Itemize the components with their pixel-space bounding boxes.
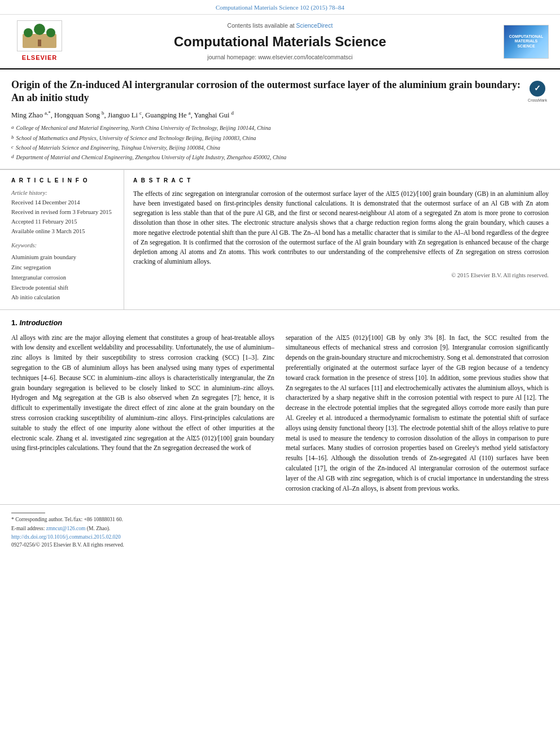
affiliation-a: a College of Mechanical and Material Eng… xyxy=(11,124,549,133)
keyword-2: Zinc segregation xyxy=(11,263,117,273)
keywords-list: Aluminium grain boundary Zinc segregatio… xyxy=(11,252,117,303)
elsevier-logo-section: ELSEVIER xyxy=(11,20,68,62)
affil-text-b: School of Mathematics and Physics, Unive… xyxy=(16,134,256,143)
section-title-text: Introduction xyxy=(19,318,62,327)
accepted-date: Accepted 11 February 2015 xyxy=(11,217,117,227)
keyword-3: Intergranular corrosion xyxy=(11,273,117,283)
email-line: E-mail address: zmncut@126.com (M. Zhao)… xyxy=(11,525,549,532)
issn-line: 0927-0256/© 2015 Elsevier B.V. All right… xyxy=(11,541,549,549)
journal-header: ELSEVIER Contents lists available at Sci… xyxy=(0,15,560,69)
email-address: zmncut@126.com xyxy=(46,526,86,531)
authors-line: Ming Zhao a,*, Hongquan Song b, Jianguo … xyxy=(11,110,549,121)
journal-logo-right: COMPUTATIONALMATERIALSSCIENCE xyxy=(492,25,549,59)
introduction-heading: 1. Introduction xyxy=(11,318,549,328)
introduction-layout: Al alloys with zinc are the major alloyi… xyxy=(11,333,549,499)
svg-point-2 xyxy=(34,24,45,35)
article-info-column: A R T I C L E I N F O Article history: R… xyxy=(0,170,124,310)
affil-text-d: Department of Material and Chemical Engi… xyxy=(16,153,287,163)
doi-link[interactable]: http://dx.doi.org/10.1016/j.commatsci.20… xyxy=(11,534,549,541)
footer-divider xyxy=(11,513,45,513)
email-name: (M. Zhao). xyxy=(87,526,110,531)
svg-rect-4 xyxy=(38,40,41,46)
history-label: Article history: xyxy=(11,189,117,198)
affil-sup-d: d xyxy=(11,153,14,163)
section-number: 1. xyxy=(11,318,18,327)
journal-reference: Computational Materials Science 102 (201… xyxy=(216,4,344,11)
keyword-1: Aluminium grain boundary xyxy=(11,252,117,263)
journal-homepage: journal homepage: www.elsevier.com/locat… xyxy=(68,53,492,62)
article-dates: Received 14 December 2014 Received in re… xyxy=(11,198,117,236)
contents-line: Contents lists available at ScienceDirec… xyxy=(68,21,492,30)
revised-date: Received in revised form 3 February 2015 xyxy=(11,208,117,217)
intro-para-right: separation of the AlΣ5 (012)/[100] GB by… xyxy=(286,333,549,494)
affiliation-b: b School of Mathematics and Physics, Uni… xyxy=(11,134,549,143)
affil-text-a: College of Mechanical and Material Engin… xyxy=(16,124,271,133)
article-title: Origin of the Zn-induced Al intergranula… xyxy=(11,78,520,105)
sciencedirect-link[interactable]: ScienceDirect xyxy=(296,22,333,29)
svg-point-3 xyxy=(46,28,55,37)
affil-sup-c: c xyxy=(11,143,14,153)
article-info-abstract-section: A R T I C L E I N F O Article history: R… xyxy=(0,169,560,311)
elsevier-text: ELSEVIER xyxy=(22,54,57,62)
copyright-line: © 2015 Elsevier B.V. All rights reserved… xyxy=(133,272,549,280)
elsevier-tree-logo xyxy=(20,23,59,50)
available-date: Available online 3 March 2015 xyxy=(11,227,117,237)
keyword-4: Electrode potential shift xyxy=(11,283,117,293)
journal-center: Contents lists available at ScienceDirec… xyxy=(68,21,492,62)
article-header: Origin of the Zn-induced Al intergranula… xyxy=(0,69,560,169)
affiliations: a College of Mechanical and Material Eng… xyxy=(11,124,549,163)
received-date: Received 14 December 2014 xyxy=(11,198,117,208)
abstract-column: A B S T R A C T The effects of zinc segr… xyxy=(124,170,560,310)
crossmark-label: CrossMark xyxy=(528,98,547,103)
affil-text-c: School of Materials Science and Engineer… xyxy=(16,143,220,153)
affil-sup-b: b xyxy=(11,134,14,143)
crossmark-icon[interactable]: ✓ xyxy=(530,81,545,97)
keywords-label: Keywords: xyxy=(11,242,117,250)
journal-title: Computational Materials Science xyxy=(68,32,492,51)
top-bar: Computational Materials Science 102 (201… xyxy=(0,0,560,15)
page: Computational Materials Science 102 (201… xyxy=(0,0,560,747)
intro-para-left: Al alloys with zinc are the major alloyi… xyxy=(11,333,274,454)
footer-notes: * Corresponding author. Tel./fax: +86 10… xyxy=(0,504,560,554)
intro-left-column: Al alloys with zinc are the major alloyi… xyxy=(11,333,274,499)
email-label: E-mail address: xyxy=(11,526,45,531)
keyword-5: Ab initio calculation xyxy=(11,292,117,303)
article-info-heading: A R T I C L E I N F O xyxy=(11,177,117,185)
article-title-row: Origin of the Zn-induced Al intergranula… xyxy=(11,78,549,105)
journal-logo-image: COMPUTATIONALMATERIALSSCIENCE xyxy=(504,25,549,59)
svg-point-1 xyxy=(24,28,33,37)
footnote-star: * Corresponding author. Tel./fax: +86 10… xyxy=(11,516,549,523)
intro-right-column: separation of the AlΣ5 (012)/[100] GB by… xyxy=(286,333,549,499)
abstract-heading: A B S T R A C T xyxy=(133,177,549,185)
affil-sup-a: a xyxy=(11,124,14,133)
affiliation-c: c School of Materials Science and Engine… xyxy=(11,143,549,153)
affiliation-d: d Department of Material and Chemical En… xyxy=(11,153,549,163)
abstract-text: The effects of zinc segregation on inter… xyxy=(133,189,549,267)
introduction-section: 1. Introduction Al alloys with zinc are … xyxy=(0,310,560,504)
crossmark-section: ✓ CrossMark xyxy=(526,81,549,103)
